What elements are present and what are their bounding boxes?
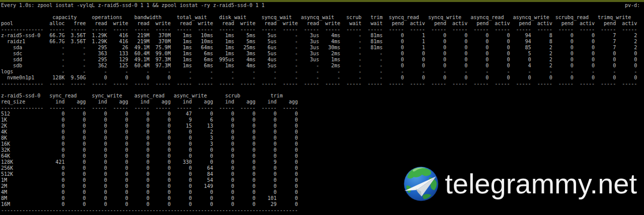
- req-size-row: 512 0 0 0 0 0 0 47 0 0 0 0 0: [1, 111, 644, 117]
- req-size-row: 8K 0 0 0 0 0 0 0 3 0 0 0 0: [1, 135, 644, 141]
- req-size-row: 4M 0 0 0 0 0 0 0 0 0 0 0 0: [1, 189, 644, 195]
- req-size-separator: -------------- ----- ----- ----- ----- -…: [1, 105, 644, 111]
- iostat-column-header: pool alloc free read write read write re…: [1, 21, 644, 27]
- iostat-row: sda - - 295 26 49.1M 75.9M 1ms 64ms 1ms …: [1, 45, 644, 51]
- terminal-output: capacity operations bandwidth total_wait…: [0, 15, 644, 213]
- req-size-row: 1K 0 0 0 0 0 0 9 6 0 0 0 0: [1, 117, 644, 123]
- iostat-row: logs - - - - - - - - - - - - - - - - - -…: [1, 69, 644, 75]
- req-size-row: 16K 0 0 0 0 0 0 0 3 0 0 0 0: [1, 141, 644, 147]
- iostat-row: sdd - - 295 129 49.1M 97.3M 1ms 6ms 995u…: [1, 57, 644, 63]
- req-size-row: 512K 0 0 0 0 0 0 0 84 0 0 0 0: [1, 171, 644, 177]
- watch-header-bar: Every 1.0s: zpool iostat -vylqL z-raid5-…: [0, 2, 644, 9]
- watch-command: Every 1.0s: zpool iostat -vylqL z-raid5-…: [1, 3, 265, 9]
- req-size-row: 32K 0 0 0 0 0 0 0 0 0 0 0 0: [1, 147, 644, 153]
- req-size-row: 8M 0 0 0 0 0 0 0 0 0 0 101 0: [1, 195, 644, 201]
- blank-line: [0, 9, 644, 15]
- iostat-separator: -------------- ----- ----- ----- ----- -…: [1, 27, 644, 33]
- req-size-group-header: z-raid5-ssd-0 sync_read sync_write async…: [1, 93, 644, 99]
- iostat-row: raidz1 66.7G 3.56T 1.29K 416 219M 370M 1…: [1, 39, 644, 45]
- iostat-row: sdc - - 363 133 60.4M 99.0M 1ms 6ms 1ms …: [1, 51, 644, 57]
- iostat-row: sdb - - 362 125 60.4M 97.3M 1ms 6ms 1ms …: [1, 63, 644, 69]
- req-size-row: 16M 0 0 0 0 0 0 0 0 0 0 29 0: [1, 201, 644, 207]
- req-size-row: 2M 0 0 0 0 0 0 0 149 0 0 0 0: [1, 183, 644, 189]
- req-size-column-header: req_size ind agg ind agg ind agg ind agg…: [1, 99, 644, 105]
- blank-line: [1, 87, 644, 93]
- req-size-row: 128K 421 0 0 0 0 0 330 0 0 0 9 0: [1, 159, 644, 165]
- req-size-separator: ----------------------------------------…: [1, 207, 644, 213]
- iostat-group-header: capacity operations bandwidth total_wait…: [1, 15, 644, 21]
- req-size-row: 64K 0 0 0 0 0 0 0 0 0 0 0 0: [1, 153, 644, 159]
- iostat-row: nvme0n1p1 128K 9.50G 0 0 0 0 - - - - - -…: [1, 75, 644, 81]
- header-right-label: pv-d:: [625, 3, 640, 9]
- req-size-row: 1M 0 0 0 0 0 0 0 54 0 0 0 0: [1, 177, 644, 183]
- req-size-row: 2K 0 0 0 0 0 0 15 13 0 0 0 0: [1, 123, 644, 129]
- req-size-row: 4K 0 0 0 0 0 0 0 2 0 0 0 0: [1, 129, 644, 135]
- iostat-row: z-raid5-ssd-0 66.7G 3.56T 1.29K 416 219M…: [1, 33, 644, 39]
- iostat-separator: -------------- ----- ----- ----- ----- -…: [1, 81, 644, 87]
- req-size-row: 256K 0 0 0 0 0 0 0 64 0 0 0 0: [1, 165, 644, 171]
